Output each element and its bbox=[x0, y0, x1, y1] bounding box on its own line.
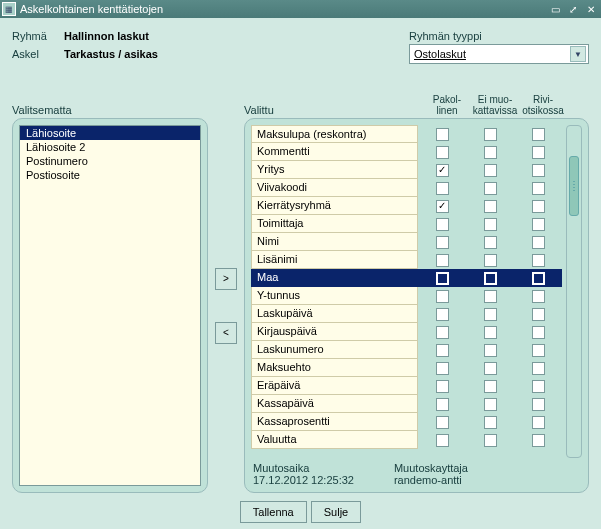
checkbox[interactable] bbox=[532, 290, 545, 303]
checkbox[interactable] bbox=[436, 182, 449, 195]
checkbox[interactable] bbox=[532, 434, 545, 447]
checkbox[interactable] bbox=[484, 218, 497, 231]
user-label: Muutoskayttaja bbox=[394, 462, 468, 474]
checkbox-cell bbox=[466, 359, 514, 377]
table-row[interactable]: Kommentti bbox=[251, 143, 562, 161]
checkbox[interactable] bbox=[532, 362, 545, 375]
table-row[interactable]: Laskunumero bbox=[251, 341, 562, 359]
table-row[interactable]: Nimi bbox=[251, 233, 562, 251]
table-row[interactable]: Y-tunnus bbox=[251, 287, 562, 305]
checkbox[interactable]: ✓ bbox=[436, 200, 449, 213]
checkbox[interactable] bbox=[484, 164, 497, 177]
scrollbar-thumb[interactable] bbox=[569, 156, 579, 216]
checkbox[interactable] bbox=[532, 182, 545, 195]
checkbox[interactable] bbox=[484, 380, 497, 393]
table-row[interactable]: Maksulupa (reskontra) bbox=[251, 125, 562, 143]
minimize-button[interactable]: ▭ bbox=[547, 2, 563, 16]
checkbox-cell bbox=[514, 197, 562, 215]
checkbox[interactable] bbox=[484, 272, 497, 285]
table-row[interactable]: Laskupäivä bbox=[251, 305, 562, 323]
checkbox-cell bbox=[514, 323, 562, 341]
list-item[interactable]: Postinumero bbox=[20, 154, 200, 168]
checkbox[interactable] bbox=[436, 146, 449, 159]
table-row[interactable]: Lisänimi bbox=[251, 251, 562, 269]
table-row[interactable]: Kierrätysryhmä✓ bbox=[251, 197, 562, 215]
table-row[interactable]: Kirjauspäivä bbox=[251, 323, 562, 341]
checkbox[interactable] bbox=[436, 290, 449, 303]
checkbox[interactable] bbox=[436, 398, 449, 411]
checkbox-cell bbox=[418, 341, 466, 359]
checkbox[interactable] bbox=[484, 326, 497, 339]
checkbox[interactable] bbox=[484, 182, 497, 195]
table-row[interactable]: Kassapäivä bbox=[251, 395, 562, 413]
checkbox[interactable] bbox=[436, 416, 449, 429]
checkbox[interactable] bbox=[436, 236, 449, 249]
checkbox[interactable] bbox=[484, 200, 497, 213]
checkbox[interactable] bbox=[484, 398, 497, 411]
checkbox[interactable] bbox=[484, 308, 497, 321]
table-row[interactable]: Yritys✓ bbox=[251, 161, 562, 179]
checkbox[interactable] bbox=[436, 254, 449, 267]
restore-button[interactable]: ⤢ bbox=[565, 2, 581, 16]
table-row[interactable]: Kassaprosentti bbox=[251, 413, 562, 431]
checkbox[interactable] bbox=[532, 272, 545, 285]
table-row[interactable]: Toimittaja bbox=[251, 215, 562, 233]
table-row[interactable]: Maksuehto bbox=[251, 359, 562, 377]
group-type-combo[interactable]: Ostolaskut ▼ bbox=[409, 44, 589, 64]
noedit-header: Ei muo-kattavissa bbox=[471, 94, 519, 118]
move-left-button[interactable]: < bbox=[215, 322, 237, 344]
checkbox[interactable] bbox=[436, 128, 449, 141]
checkbox[interactable] bbox=[532, 398, 545, 411]
save-button[interactable]: Tallenna bbox=[240, 501, 307, 523]
checkbox[interactable] bbox=[532, 308, 545, 321]
checkbox[interactable] bbox=[532, 146, 545, 159]
selected-grid[interactable]: Maksulupa (reskontra)KommenttiYritys✓Vii… bbox=[251, 125, 562, 458]
checkbox[interactable] bbox=[484, 236, 497, 249]
checkbox[interactable] bbox=[484, 434, 497, 447]
checkbox[interactable] bbox=[484, 416, 497, 429]
checkbox[interactable] bbox=[436, 218, 449, 231]
checkbox[interactable] bbox=[484, 128, 497, 141]
checkbox[interactable] bbox=[532, 326, 545, 339]
checkbox[interactable] bbox=[436, 326, 449, 339]
checkbox[interactable] bbox=[484, 362, 497, 375]
close-window-button[interactable]: ✕ bbox=[583, 2, 599, 16]
checkbox-cell bbox=[466, 179, 514, 197]
close-button[interactable]: Sulje bbox=[311, 501, 361, 523]
move-right-button[interactable]: > bbox=[215, 268, 237, 290]
checkbox[interactable] bbox=[436, 380, 449, 393]
checkbox[interactable] bbox=[484, 254, 497, 267]
list-item[interactable]: Lähiosoite 2 bbox=[20, 140, 200, 154]
checkbox[interactable] bbox=[484, 290, 497, 303]
table-row[interactable]: Eräpäivä bbox=[251, 377, 562, 395]
checkbox[interactable] bbox=[532, 200, 545, 213]
checkbox[interactable] bbox=[436, 272, 449, 285]
checkbox[interactable] bbox=[532, 164, 545, 177]
checkbox[interactable] bbox=[532, 128, 545, 141]
table-row[interactable]: Valuutta bbox=[251, 431, 562, 449]
table-row[interactable]: Maa bbox=[251, 269, 562, 287]
checkbox[interactable] bbox=[484, 344, 497, 357]
row-label: Y-tunnus bbox=[251, 287, 418, 305]
checkbox[interactable] bbox=[436, 344, 449, 357]
list-item[interactable]: Postiosoite bbox=[20, 168, 200, 182]
scrollbar[interactable] bbox=[566, 125, 582, 458]
checkbox[interactable]: ✓ bbox=[436, 164, 449, 177]
checkbox[interactable] bbox=[532, 236, 545, 249]
checkbox[interactable] bbox=[532, 380, 545, 393]
checkbox[interactable] bbox=[436, 434, 449, 447]
user-value: randemo-antti bbox=[394, 474, 468, 486]
table-row[interactable]: Viivakoodi bbox=[251, 179, 562, 197]
row-label: Kassapäivä bbox=[251, 395, 418, 413]
checkbox[interactable] bbox=[484, 146, 497, 159]
checkbox[interactable] bbox=[532, 218, 545, 231]
checkbox[interactable] bbox=[532, 416, 545, 429]
checkbox[interactable] bbox=[436, 362, 449, 375]
checkbox[interactable] bbox=[436, 308, 449, 321]
checkbox[interactable] bbox=[532, 344, 545, 357]
checkbox[interactable] bbox=[532, 254, 545, 267]
titlebar: ▦ Askelkohtainen kenttätietojen ▭ ⤢ ✕ bbox=[0, 0, 601, 18]
unselected-listbox[interactable]: LähiosoiteLähiosoite 2PostinumeroPostios… bbox=[19, 125, 201, 486]
list-item[interactable]: Lähiosoite bbox=[20, 126, 200, 140]
checkbox-cell bbox=[514, 233, 562, 251]
